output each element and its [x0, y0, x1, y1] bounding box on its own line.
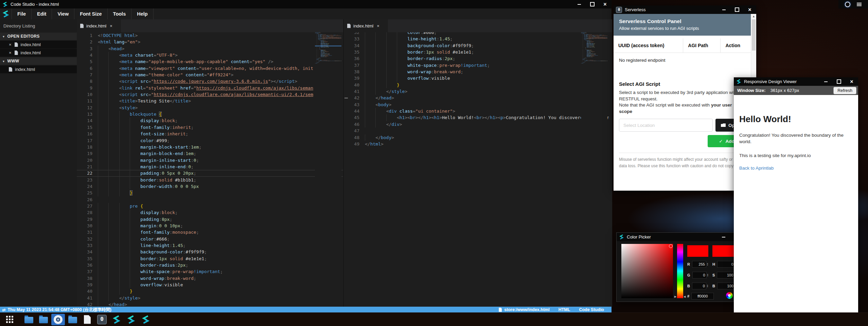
code-line-2[interactable]: 2<html lang="en"> [77, 39, 343, 45]
code-line-27[interactable]: 27 pre { [77, 203, 343, 209]
b-stepper[interactable]: ▴▾ [707, 284, 708, 288]
code-line-33[interactable]: 33 line-height:1.45; [77, 242, 343, 249]
code-line-47[interactable]: 47 [344, 128, 612, 134]
code-line-19[interactable]: 19 margin-block-end:1em; [77, 150, 343, 157]
r-input[interactable] [692, 261, 706, 268]
hue-marker-left[interactable]: ▶ [674, 295, 676, 298]
taskbar-document-icon[interactable] [81, 314, 94, 325]
code-line-39[interactable]: 39 overflow:visible [77, 282, 343, 288]
code-editor[interactable]: 1<!DOCTYPE html>2<html lang="en">3 <head… [77, 32, 343, 307]
code-line-42[interactable]: 42 </head> [344, 95, 612, 101]
taskbar-folder-icon[interactable] [22, 314, 36, 325]
tab-index-html[interactable]: index.html × [344, 19, 388, 32]
code-line-35[interactable]: 35 border:1px solid #e1e1e1; [344, 49, 612, 55]
saturation-selector[interactable] [669, 244, 673, 248]
taskbar-folder-icon[interactable] [66, 314, 79, 325]
code-line-36[interactable]: 36 border-radius:2px; [77, 262, 343, 268]
sidebar-item-index.html[interactable]: index.html [0, 65, 77, 73]
code-line-32[interactable]: 32 color:#666; [344, 32, 612, 36]
code-line-41[interactable]: 41 </style> [344, 88, 612, 95]
code-line-31[interactable]: 31 font-family:monospace; [77, 229, 343, 235]
code-line-41[interactable]: 41 </style> [77, 295, 343, 301]
s-input[interactable] [717, 272, 734, 279]
code-line-40[interactable]: 40 } [344, 82, 612, 88]
code-line-24[interactable]: 24 border-width:0 0 0 5px [77, 183, 343, 190]
code-line-40[interactable]: 40 } [77, 288, 343, 294]
brightness-input[interactable] [717, 283, 735, 289]
code-line-3[interactable]: 3 <head> [77, 45, 343, 52]
title-bar[interactable]: Code Studio - index.html × [0, 0, 612, 8]
code-line-18[interactable]: 18 margin-block-start:1em; [77, 144, 343, 150]
code-line-17[interactable]: 17 color:#999; [77, 137, 343, 144]
code-line-25[interactable]: 25 } [77, 190, 343, 196]
code-line-34[interactable]: 34 background-color:#f9f9f9; [344, 42, 612, 49]
scroll-up-icon[interactable]: ▲ [751, 14, 756, 19]
code-line-42[interactable]: 42 </head> [77, 301, 343, 307]
menu-help[interactable]: Help [131, 8, 153, 19]
code-line-22[interactable]: 22 padding:0 5px 0 20px; [77, 170, 343, 176]
code-line-33[interactable]: 33 line-height:1.45; [344, 36, 612, 42]
menu-icon[interactable] [857, 3, 862, 6]
code-line-29[interactable]: 29 padding:8px; [77, 216, 343, 223]
saturation-picker[interactable] [621, 244, 673, 298]
taskbar-folder-icon[interactable] [37, 314, 50, 325]
code-line-43[interactable]: 43 <body> [344, 101, 612, 108]
minimize-button[interactable] [717, 233, 730, 241]
sidebar-item-index.html[interactable]: ×index.html [0, 49, 77, 57]
code-line-6[interactable]: 6 <meta name="viewport" content="user-sc… [77, 65, 343, 72]
code-line-46[interactable]: 46 </div> [344, 121, 612, 128]
status-language[interactable]: HTML [559, 307, 570, 312]
code-line-15[interactable]: 15 font-family:inherit; [77, 124, 343, 131]
close-button[interactable]: × [845, 77, 858, 86]
g-input[interactable] [692, 272, 707, 279]
maximize-button[interactable] [832, 77, 845, 86]
minimap[interactable]: <!DOCTYPE html><html lang="en"> <head> <… [315, 32, 341, 307]
h-input[interactable] [717, 261, 735, 268]
tab-index-html[interactable]: index.html × [77, 19, 121, 32]
code-line-21[interactable]: 21 margin-inline-end:0; [77, 164, 343, 170]
status-file[interactable]: store:/www/index.html [499, 307, 549, 312]
tab-close-icon[interactable]: × [377, 23, 379, 28]
status-app[interactable]: Code Studio [579, 307, 604, 312]
code-line-34[interactable]: 34 background-color:#f9f9f9; [77, 249, 343, 255]
code-editor[interactable]: 32 color:#666;33 line-height:1.45;34 bac… [344, 32, 612, 307]
code-line-39[interactable]: 39 overflow:visible [344, 75, 612, 81]
close-button[interactable]: × [599, 0, 612, 8]
title-bar[interactable]: Responsive Design Viewer × [734, 77, 858, 86]
menu-view[interactable]: View [52, 8, 74, 19]
title-bar[interactable]: 0 Serverless × [614, 5, 756, 14]
sidebar-section-www[interactable]: ▾WWW [0, 57, 77, 65]
taskbar-code-studio-logo-icon[interactable] [124, 314, 138, 325]
minimize-button[interactable] [819, 77, 832, 86]
minimize-button[interactable] [718, 5, 730, 14]
g-stepper[interactable]: ▴▾ [707, 273, 708, 277]
b-input[interactable] [692, 283, 706, 289]
refresh-button[interactable]: Refresh [834, 87, 856, 94]
menu-tools[interactable]: Tools [107, 8, 131, 19]
sidebar-section-open-editors[interactable]: ▾OPEN EDITORS [0, 33, 77, 40]
taskbar-app-grid-icon[interactable] [3, 314, 16, 325]
code-line-16[interactable]: 16 font-size:inherit; [77, 131, 343, 137]
hue-slider[interactable] [677, 244, 683, 298]
code-line-37[interactable]: 37 white-space:pre-wrap!important; [77, 268, 343, 275]
scroll-thumb[interactable] [752, 19, 756, 51]
hue-marker-right[interactable]: ◀ [684, 295, 686, 298]
taskbar-code-studio-logo-icon[interactable] [139, 314, 153, 325]
minimap[interactable]: <!DOCTYPE html><html lang="en"> <head> <… [581, 32, 607, 307]
close-icon[interactable]: × [9, 42, 12, 47]
code-line-37[interactable]: 37 white-space:pre-wrap!important; [344, 62, 612, 69]
code-line-9[interactable]: 9 <link rel="stylesheet" href="https://c… [77, 85, 343, 91]
sidebar-item-index.html[interactable]: ×index.html [0, 41, 77, 49]
code-line-12[interactable]: 12 <style> [77, 104, 343, 111]
maximize-button[interactable] [730, 5, 743, 14]
code-line-8[interactable]: 8 <script src="https://code.jquery.com/j… [77, 78, 343, 84]
color-wheel-icon[interactable] [726, 292, 733, 299]
restore-button[interactable] [586, 0, 599, 8]
location-input[interactable] [619, 119, 713, 132]
back-link[interactable]: Back to Aprintlab [739, 166, 853, 171]
code-line-7[interactable]: 7 <meta name="theme-color" content="#ff9… [77, 72, 343, 78]
code-line-5[interactable]: 5 <meta name="apple-mobile-web-app-capab… [77, 58, 343, 65]
code-line-20[interactable]: 20 margin-inline-start:0; [77, 157, 343, 164]
taskbar-code-studio-logo-icon[interactable] [110, 314, 123, 325]
close-icon[interactable]: × [9, 51, 12, 55]
